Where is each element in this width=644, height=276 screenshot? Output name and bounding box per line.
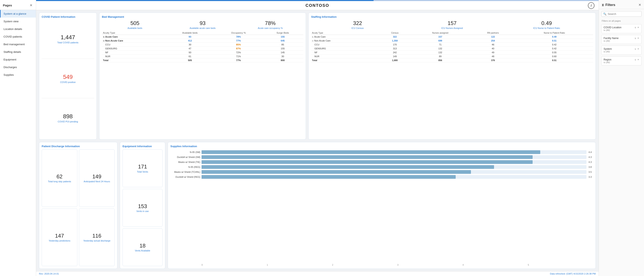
- staffing-metric-census: 322 ICU Census: [311, 20, 404, 29]
- table-row: NF 242 132 49 0.55: [311, 51, 593, 55]
- bar-label: N-95 (REG): [170, 166, 200, 168]
- chart-axis: 012345: [202, 264, 593, 266]
- table-row-total: Total 1,680 856 376 0.51: [311, 58, 593, 62]
- staffing-table: Acuity Type Census Nurses assigned RN pa…: [311, 31, 593, 62]
- table-row: ⊞Acute Care 322 157 122 0.49: [311, 35, 593, 39]
- staffing-nurses-label: ICU Nurses Assigned: [406, 27, 498, 29]
- equipment-card: Equipment Information 171 Total Vents 15…: [120, 142, 165, 269]
- equip-total-vents: 171 Total Vents: [122, 149, 162, 187]
- sidebar-item-equipment[interactable]: Equipment: [0, 56, 36, 63]
- table-row: CCU 30 85% 85: [102, 43, 303, 47]
- filter-header: ⧖ Filters ✕: [599, 0, 644, 9]
- sidebar-item-discharges[interactable]: Discharges: [0, 63, 36, 71]
- filter-expand-icon[interactable]: ∨: [634, 58, 636, 61]
- bed-col-occupancy: Occupancy %: [215, 31, 262, 35]
- axis-label: 4: [462, 264, 528, 266]
- staffing-section-title: Staffing Information: [311, 15, 593, 18]
- sidebar-item-supplies[interactable]: Supplies: [0, 71, 36, 79]
- table-row: NUR 61 71% 30: [102, 55, 303, 58]
- filter-region-value: is (All): [604, 61, 612, 64]
- filter-search-box[interactable]: 🔍: [601, 11, 642, 17]
- covid-total-block: 1,447 Total COVID patients: [42, 20, 94, 58]
- sidebar-item-system-at-a-glance[interactable]: System at a glance: [0, 10, 36, 18]
- axis-label: 3: [397, 264, 462, 266]
- filter-covid-location-value: is (All): [604, 29, 622, 31]
- supplies-card: Supplies Information N-95 (SM)4.4Duckbil…: [168, 142, 596, 269]
- bed-occupancy-value: 78%: [237, 20, 303, 27]
- sidebar-close-button[interactable]: ✕: [29, 3, 34, 8]
- page-title: CONTOSO: [306, 3, 329, 8]
- bed-col-type: Acuity Type: [102, 31, 165, 35]
- filter-item-region: Region is (All) ∨ ✦: [601, 56, 642, 66]
- bar-value: 3.5: [588, 171, 593, 173]
- bar-value: 4.3: [588, 161, 593, 163]
- bar-label: Duckbill w/ Shield (REG): [170, 176, 200, 178]
- bed-card: Bed Management 505 Available beds 93 Ava…: [99, 13, 306, 140]
- discharge-longstay-value: 62: [56, 173, 62, 180]
- bed-top-metrics: 505 Available beds 93 Available acute ca…: [102, 20, 303, 29]
- bed-table: Acuity Type Available beds Occupancy % S…: [102, 31, 303, 62]
- axis-label: 1: [267, 264, 332, 266]
- bar-label: Masks w/ Shield (TIE): [170, 161, 200, 163]
- bed-occupancy-label: Acute care occupancy %: [237, 27, 303, 29]
- info-icon[interactable]: i: [588, 2, 594, 9]
- covid-section-title: COVID Patient Information: [42, 15, 94, 18]
- filter-clear-icon[interactable]: ✦: [637, 37, 639, 40]
- top-row: COVID Patient Information 1,447 Total CO…: [39, 13, 596, 140]
- table-row: CCU 170 71 46 0.42: [311, 43, 593, 47]
- filter-expand-icon[interactable]: ∨: [634, 26, 636, 29]
- equip-available-value: 18: [140, 242, 146, 249]
- covid-pui-block: 898 COVID PUI pending: [42, 99, 94, 137]
- covid-pui-value: 898: [63, 113, 73, 120]
- discharge-actual-label: Yesterday actual discharge: [83, 239, 110, 242]
- filter-clear-icon[interactable]: ✦: [637, 48, 639, 50]
- sidebar-header: Pages ✕: [0, 0, 36, 10]
- discharge-grid: 62 Total long stay patients 149 Anticipa…: [42, 149, 115, 266]
- discharge-cell-longstay: 62 Total long stay patients: [42, 149, 77, 207]
- sidebar-item-staffing-details[interactable]: Staffing details: [0, 48, 36, 56]
- filter-clear-icon[interactable]: ✦: [637, 26, 639, 29]
- filter-title-row: ⧖ Filters: [602, 3, 615, 7]
- filter-search-input[interactable]: [608, 12, 642, 16]
- filter-expand-icon[interactable]: ∨: [634, 48, 636, 50]
- bed-metric-available: 505 Available beds: [102, 20, 168, 29]
- filter-region-name: Region: [604, 58, 612, 61]
- filter-title: Filters: [606, 3, 615, 7]
- bottom-row: Patient Discharge Information 62 Total l…: [39, 142, 596, 269]
- filter-close-button[interactable]: ✕: [638, 3, 641, 7]
- staff-col-census: Census: [380, 31, 410, 35]
- bar-row: Duckbill w/ Shield (SM)4.3: [170, 155, 593, 159]
- bar-label: Masks w/ Shield (TCHNL): [170, 171, 200, 173]
- covid-positive-block: 549 COVID positive: [42, 60, 94, 97]
- bar-fill: [202, 155, 532, 159]
- equip-inuse-label: Vents in use: [136, 210, 149, 212]
- filter-item-covid-location: COVID Location is (All) ∨ ✦: [601, 24, 642, 33]
- covid-total-label: Total COVID patients: [57, 41, 78, 44]
- divider-1: [42, 59, 94, 59]
- bar-label: Duckbill w/ Shield (SM): [170, 156, 200, 158]
- equip-inuse-value: 153: [138, 203, 147, 209]
- filter-item-system: System is (All) ∨ ✦: [601, 46, 642, 55]
- divider-2: [42, 98, 94, 98]
- staff-col-ratio: Nurse to Patient Ratio: [516, 31, 593, 35]
- filter-expand-icon[interactable]: ∨: [634, 37, 636, 40]
- bar-track: [202, 175, 586, 179]
- bar-row: N-95 (SM)4.4: [170, 150, 593, 154]
- filter-clear-icon[interactable]: ✦: [637, 58, 639, 61]
- sidebar-item-covid-patients[interactable]: COVID patients: [0, 33, 36, 41]
- equipment-cells: 171 Total Vents 153 Vents in use 18 Vent…: [122, 149, 162, 266]
- discharge-cell-actual: 116 Yesterday actual discharge: [79, 208, 115, 266]
- top-bar: CONTOSO i: [36, 1, 598, 10]
- filters-panel: ⧖ Filters ✕ 🔍 Filters on all pages COVID…: [598, 0, 644, 276]
- sidebar-item-system-view[interactable]: System view: [0, 18, 36, 25]
- bar-row: Masks w/ Shield (TCHNL)3.5: [170, 170, 593, 174]
- bar-value: 4.4: [588, 151, 593, 153]
- staffing-ratio-value: 0.49: [500, 20, 593, 27]
- sidebar-item-location-details[interactable]: Location details: [0, 25, 36, 33]
- staffing-metric-ratio: 0.49 ICU Nurse to Patient Ratio: [500, 20, 593, 29]
- bar-label: N-95 (SM): [170, 151, 200, 153]
- sidebar-item-bed-management[interactable]: Bed management: [0, 41, 36, 48]
- footer-refresh: Data refreshed: (GMT) 4/15/2020 2:26:38 …: [550, 272, 596, 275]
- bed-metric-occupancy: 78% Acute care occupancy %: [237, 20, 303, 29]
- discharge-section-title: Patient Discharge Information: [42, 145, 115, 148]
